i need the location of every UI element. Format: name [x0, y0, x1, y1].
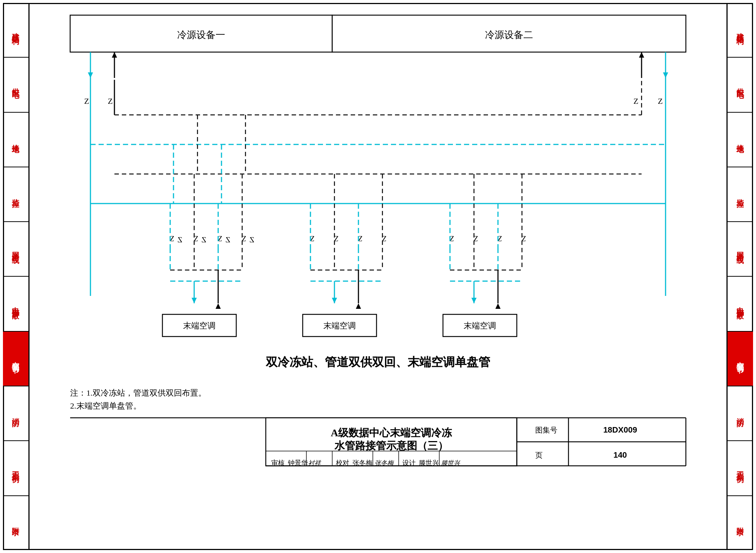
svg-text:Z: Z	[178, 235, 182, 244]
svg-text:双冷冻站、管道双供双回、末端空调单盘管: 双冷冻站、管道双供双回、末端空调单盘管	[265, 355, 490, 369]
svg-marker-16	[663, 72, 668, 78]
svg-marker-84	[495, 303, 501, 309]
svg-text:Z: Z	[226, 235, 230, 244]
svg-text:水管路接管示意图（三）: 水管路接管示意图（三）	[334, 440, 448, 451]
svg-text:图集号: 图集号	[535, 426, 557, 434]
svg-text:Z: Z	[633, 96, 638, 106]
svg-marker-7	[112, 52, 117, 58]
svg-text:冷源设备一: 冷源设备一	[177, 30, 225, 40]
sidebar-item-right-building-structure[interactable]: 建筑结构	[728, 3, 753, 58]
svg-marker-62	[192, 298, 197, 303]
sidebar-item-grounding[interactable]: 接地	[3, 113, 28, 167]
sidebar-item-examples[interactable]: 工程示例	[3, 441, 28, 496]
svg-marker-5	[88, 72, 93, 78]
svg-text:Z: Z	[84, 96, 89, 106]
sidebar-item-right-grounding[interactable]: 接地	[728, 113, 753, 167]
sidebar-item-right-network[interactable]: 网络布线	[728, 222, 753, 277]
right-sidebar: 建筑结构 供配电 接地 监控 网络布线 电磁屏蔽 空气调节 消防 工程示例 附录	[726, 3, 753, 550]
sidebar-item-right-hvac[interactable]: 空气调节	[728, 332, 753, 386]
svg-marker-64	[216, 303, 221, 309]
main-diagram: 冷源设备一 冷源设备二 Z Z Z Z Z Z Z	[30, 4, 726, 549]
svg-text:Z: Z	[202, 235, 206, 244]
svg-text:冷源设备二: 冷源设备二	[485, 30, 533, 40]
svg-text:末端空调: 末端空调	[183, 321, 216, 330]
svg-text:140: 140	[614, 450, 627, 460]
svg-text:Z: Z	[658, 96, 663, 106]
sidebar-item-fire[interactable]: 消防	[3, 386, 28, 441]
svg-text:注：1.双冷冻站，管道双供双回布置。: 注：1.双冷冻站，管道双供双回布置。	[70, 388, 206, 397]
svg-text:Z: Z	[250, 235, 254, 244]
sidebar-item-right-examples[interactable]: 工程示例	[728, 441, 753, 496]
sidebar-item-monitoring[interactable]: 监控	[3, 167, 28, 222]
svg-marker-72	[332, 298, 337, 303]
sidebar-item-right-fire[interactable]: 消防	[728, 386, 753, 441]
svg-text:末端空调: 末端空调	[323, 321, 356, 330]
svg-text:A级数据中心末端空调冷冻: A级数据中心末端空调冷冻	[331, 427, 452, 438]
svg-text:页: 页	[535, 451, 543, 459]
svg-marker-18	[639, 52, 644, 58]
svg-text:Z: Z	[108, 96, 113, 106]
sidebar-item-shielding[interactable]: 电磁屏蔽	[3, 277, 28, 331]
svg-text:2.末端空调单盘管。: 2.末端空调单盘管。	[70, 401, 141, 410]
sidebar-item-right-appendix[interactable]: 附录	[728, 496, 753, 550]
svg-text:末端空调: 末端空调	[464, 321, 496, 330]
sidebar-item-building-structure[interactable]: 建筑结构	[3, 3, 28, 58]
sidebar-item-network[interactable]: 网络布线	[3, 222, 28, 277]
sidebar-item-right-power[interactable]: 供配电	[728, 58, 753, 112]
sidebar-item-appendix[interactable]: 附录	[3, 496, 28, 550]
left-sidebar: 建筑结构 供配电 接地 监控 网络布线 电磁屏蔽 空气调节 消防 工程示例 附录	[3, 3, 30, 550]
svg-marker-82	[471, 298, 477, 303]
sidebar-item-hvac[interactable]: 空气调节	[3, 332, 28, 386]
svg-text:18DX009: 18DX009	[603, 425, 637, 434]
sidebar-item-right-shielding[interactable]: 电磁屏蔽	[728, 277, 753, 331]
svg-marker-74	[356, 303, 361, 309]
sidebar-item-right-monitoring[interactable]: 监控	[728, 167, 753, 222]
sidebar-item-power[interactable]: 供配电	[3, 58, 28, 112]
